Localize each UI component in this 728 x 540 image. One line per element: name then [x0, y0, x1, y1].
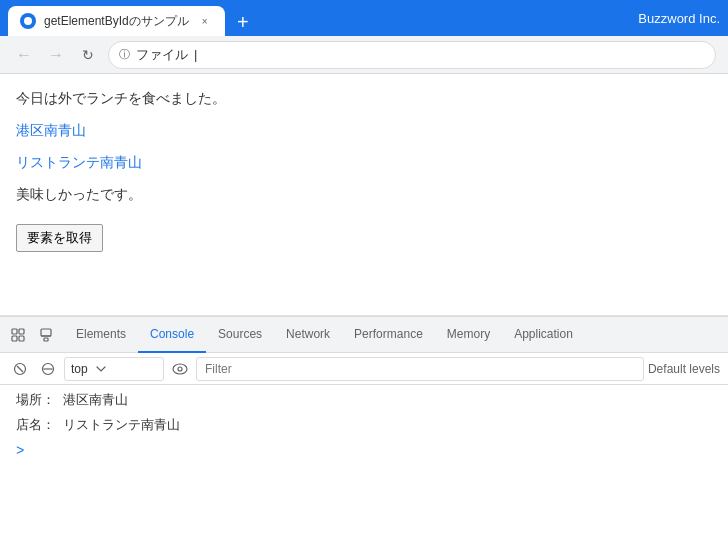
- tab-elements[interactable]: Elements: [64, 317, 138, 353]
- svg-rect-0: [12, 329, 17, 334]
- devtools-panel: Elements Console Sources Network Perform…: [0, 316, 728, 530]
- tab-area: getElementByIdのサンプル × +: [8, 0, 634, 36]
- svg-rect-2: [12, 336, 17, 341]
- tab-network[interactable]: Network: [274, 317, 342, 353]
- context-select[interactable]: top: [64, 357, 164, 381]
- tab-application[interactable]: Application: [502, 317, 585, 353]
- svg-line-8: [17, 366, 23, 372]
- tab-sources[interactable]: Sources: [206, 317, 274, 353]
- default-levels-label: Default levels: [648, 362, 720, 376]
- console-filter-input[interactable]: [196, 357, 644, 381]
- url-text: ファイル: [136, 46, 188, 64]
- tab-performance[interactable]: Performance: [342, 317, 435, 353]
- browser-branding: Buzzword Inc.: [638, 11, 720, 26]
- page-line4: 美味しかったです。: [16, 186, 712, 204]
- devtools-tab-bar: Elements Console Sources Network Perform…: [0, 317, 728, 353]
- tab-memory[interactable]: Memory: [435, 317, 502, 353]
- svg-rect-1: [19, 329, 24, 334]
- console-output-line-1: 場所： 港区南青山: [0, 389, 728, 414]
- back-button[interactable]: ←: [12, 43, 36, 67]
- tab-favicon: [20, 13, 36, 29]
- svg-rect-5: [44, 338, 48, 341]
- address-bar: ← → ↻ ⓘ ファイル |: [0, 36, 728, 74]
- browser-titlebar: getElementByIdのサンプル × + Buzzword Inc.: [0, 0, 728, 36]
- console-toolbar: top Default levels: [0, 353, 728, 385]
- console-eye-icon[interactable]: [168, 357, 192, 381]
- page-line1: 今日は外でランチを食べました。: [16, 90, 712, 108]
- svg-point-12: [178, 367, 182, 371]
- devtools-device-icon[interactable]: [32, 321, 60, 349]
- new-tab-button[interactable]: +: [229, 8, 257, 36]
- console-output: 場所： 港区南青山 店名： リストランテ南青山 >: [0, 385, 728, 530]
- get-element-button[interactable]: 要素を取得: [16, 224, 103, 252]
- prompt-arrow-icon: >: [16, 443, 24, 459]
- security-icon: ⓘ: [119, 47, 130, 62]
- console-clear-icon[interactable]: [8, 357, 32, 381]
- tab-close-button[interactable]: ×: [197, 13, 213, 29]
- page-line2[interactable]: 港区南青山: [16, 122, 712, 140]
- url-bar[interactable]: ⓘ ファイル |: [108, 41, 716, 69]
- url-separator: |: [194, 47, 197, 62]
- console-prompt[interactable]: >: [0, 439, 728, 463]
- context-select-value: top: [71, 362, 88, 376]
- tab-console[interactable]: Console: [138, 317, 206, 353]
- console-output-line-2: 店名： リストランテ南青山: [0, 414, 728, 439]
- svg-rect-3: [19, 336, 24, 341]
- refresh-button[interactable]: ↻: [76, 43, 100, 67]
- page-content: 今日は外でランチを食べました。 港区南青山 リストランテ南青山 美味しかったです…: [0, 74, 728, 316]
- svg-point-11: [173, 364, 187, 374]
- svg-rect-4: [41, 329, 51, 336]
- active-tab[interactable]: getElementByIdのサンプル ×: [8, 6, 225, 36]
- tab-title: getElementByIdのサンプル: [44, 13, 189, 30]
- forward-button[interactable]: →: [44, 43, 68, 67]
- page-line3[interactable]: リストランテ南青山: [16, 154, 712, 172]
- console-block-icon[interactable]: [36, 357, 60, 381]
- devtools-inspect-icon[interactable]: [4, 321, 32, 349]
